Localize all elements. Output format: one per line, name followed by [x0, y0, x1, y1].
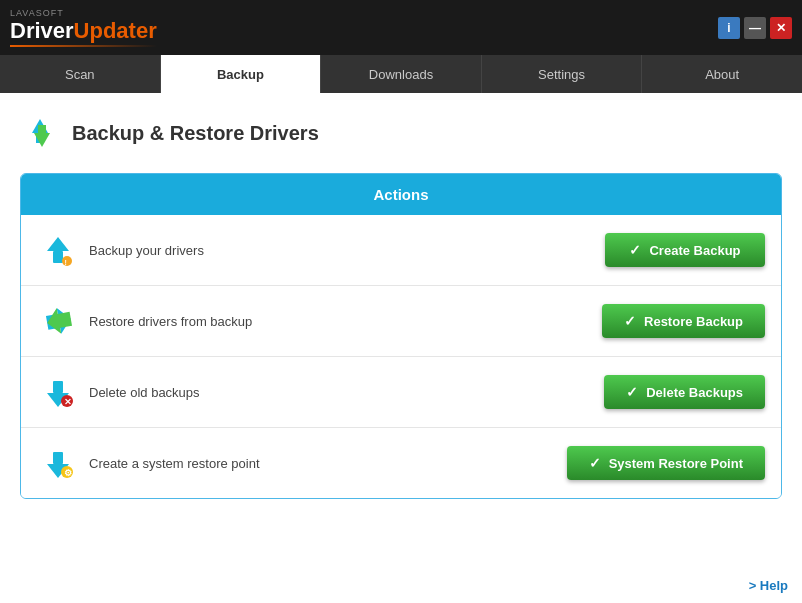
minimize-button[interactable]: — — [744, 17, 766, 39]
tab-scan[interactable]: Scan — [0, 55, 161, 93]
system-restore-button[interactable]: ✓ System Restore Point — [567, 446, 765, 480]
logo-underline — [10, 45, 157, 47]
action-row-system-restore: ⚙ Create a system restore point ✓ System… — [21, 428, 781, 498]
info-button[interactable]: i — [718, 17, 740, 39]
logo-top-text: LAVASOFT — [10, 8, 157, 18]
backup-driver-icon: ! — [37, 229, 79, 271]
svg-rect-14 — [53, 452, 63, 464]
page-header: Backup & Restore Drivers — [20, 113, 782, 153]
restore-backup-button[interactable]: ✓ Restore Backup — [602, 304, 765, 338]
svg-text:⚙: ⚙ — [64, 468, 72, 478]
action-row-backup: ! Backup your drivers ✓ Create Backup — [21, 215, 781, 286]
svg-rect-4 — [53, 251, 63, 263]
backup-restore-header-icon — [20, 113, 60, 153]
system-restore-label: Create a system restore point — [89, 456, 567, 471]
actions-header: Actions — [21, 174, 781, 215]
restore-drivers-label: Restore drivers from backup — [89, 314, 602, 329]
backup-drivers-label: Backup your drivers — [89, 243, 605, 258]
tab-about[interactable]: About — [642, 55, 802, 93]
actions-table: Actions ! Backup your drivers ✓ Create B… — [20, 173, 782, 499]
help-link[interactable]: > Help — [749, 578, 788, 593]
logo-updater-text: Updater — [74, 18, 157, 44]
svg-rect-3 — [38, 125, 46, 135]
titlebar-controls: i — ✕ — [718, 17, 792, 39]
svg-text:!: ! — [65, 259, 67, 266]
delete-backup-icon: ✕ — [37, 371, 79, 413]
header-icon — [20, 113, 60, 153]
logo-driver-text: Driver — [10, 18, 74, 44]
page-title: Backup & Restore Drivers — [72, 122, 319, 145]
tab-settings[interactable]: Settings — [482, 55, 643, 93]
svg-text:✕: ✕ — [64, 397, 72, 407]
close-button[interactable]: ✕ — [770, 17, 792, 39]
tab-backup[interactable]: Backup — [161, 55, 322, 93]
svg-point-6 — [62, 256, 72, 266]
navbar: Scan Backup Downloads Settings About — [0, 55, 802, 93]
create-backup-button[interactable]: ✓ Create Backup — [605, 233, 765, 267]
logo: LAVASOFT Driver Updater — [10, 8, 157, 47]
delete-backups-button[interactable]: ✓ Delete Backups — [604, 375, 765, 409]
titlebar: LAVASOFT Driver Updater i — ✕ — [0, 0, 802, 55]
svg-marker-5 — [47, 237, 69, 251]
delete-backups-label: Delete old backups — [89, 385, 604, 400]
svg-rect-10 — [53, 381, 63, 393]
action-row-restore: Restore drivers from backup ✓ Restore Ba… — [21, 286, 781, 357]
tab-downloads[interactable]: Downloads — [321, 55, 482, 93]
action-row-delete: ✕ Delete old backups ✓ Delete Backups — [21, 357, 781, 428]
system-restore-icon: ⚙ — [37, 442, 79, 484]
main-content: Backup & Restore Drivers Actions ! Backu… — [0, 93, 802, 603]
restore-backup-icon — [37, 300, 79, 342]
